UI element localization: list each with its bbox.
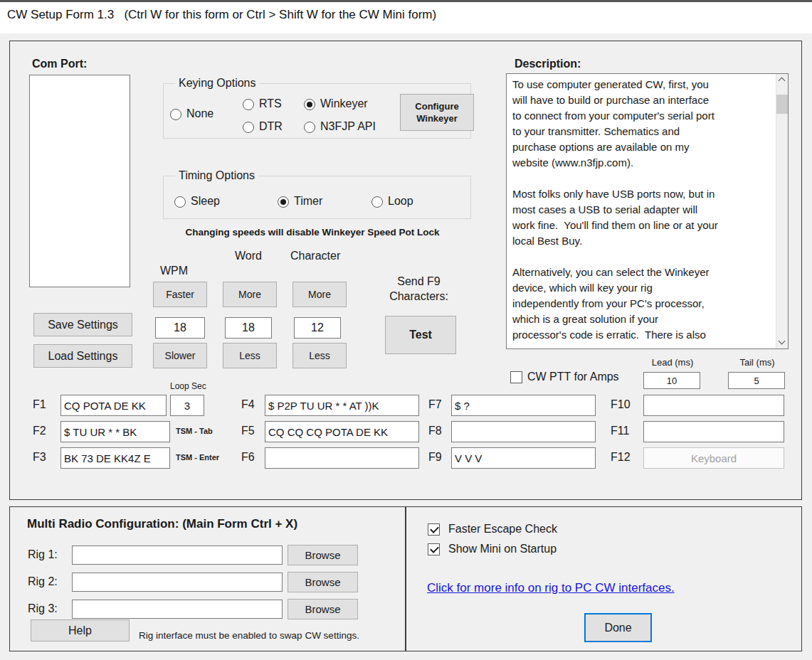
rig2-browse-button[interactable]: Browse	[288, 572, 358, 592]
faster-escape-label: Faster Escape Check	[448, 523, 557, 536]
keying-winkeyer-label: Winkeyer	[320, 97, 368, 110]
f4-input[interactable]	[265, 395, 419, 416]
f2-label: F2	[33, 425, 46, 437]
description-text: To use computer generated CW, first, you…	[512, 77, 772, 346]
word-value-input[interactable]	[225, 317, 272, 339]
chevron-down-icon	[779, 338, 786, 345]
tail-ms-label: Tail (ms)	[729, 357, 786, 368]
timing-timer-label: Timer	[294, 195, 322, 208]
show-mini-label: Show Mini on Startup	[448, 543, 557, 555]
scrollbar-down-button[interactable]	[776, 336, 788, 348]
tail-ms-input[interactable]	[728, 372, 785, 389]
f12-label: F12	[611, 451, 631, 464]
timing-options-group: Timing Options Sleep Timer Loop	[163, 176, 471, 219]
timing-timer-radio[interactable]	[278, 196, 289, 208]
cw-ptt-checkbox[interactable]	[510, 371, 522, 383]
f4-label: F4	[241, 398, 255, 411]
lead-ms-input[interactable]	[643, 372, 700, 389]
f9-input[interactable]	[451, 447, 596, 469]
timing-loop-radio[interactable]	[371, 196, 383, 208]
keying-winkeyer-radio[interactable]	[304, 99, 315, 110]
chevron-up-icon	[779, 78, 786, 85]
save-settings-button[interactable]: Save Settings	[33, 313, 132, 336]
done-button[interactable]: Done	[584, 613, 652, 642]
main-panel: Com Port: Save Settings Load Settings Ke…	[9, 41, 802, 500]
f7-input[interactable]	[451, 395, 596, 416]
f8-label: F8	[428, 425, 442, 437]
character-more-button[interactable]: More	[292, 282, 347, 307]
f3-input[interactable]	[60, 447, 170, 469]
show-mini-checkbox[interactable]	[428, 543, 440, 555]
keying-n3fjp-api-label: N3FJP API	[320, 120, 376, 133]
keying-rts-label: RTS	[259, 97, 282, 110]
loop-sec-input[interactable]	[170, 395, 204, 416]
character-less-button[interactable]: Less	[292, 343, 347, 368]
f5-label: F5	[241, 425, 255, 437]
com-port-listbox[interactable]	[29, 75, 130, 287]
character-column-label: Character	[290, 250, 340, 262]
f5-input[interactable]	[265, 421, 419, 442]
wpm-column-label: WPM	[160, 265, 188, 277]
timing-sleep-radio[interactable]	[174, 196, 186, 208]
f2-input[interactable]	[60, 421, 170, 442]
f3-label: F3	[33, 451, 46, 464]
scrollbar-up-button[interactable]	[776, 74, 788, 86]
f6-input[interactable]	[265, 447, 419, 469]
keyboard-button[interactable]: Keyboard	[643, 447, 784, 469]
keying-options-group: Keying Options None RTS DTR Winkeyer N3F…	[163, 83, 471, 139]
options-panel: Faster Escape Check Show Mini on Startup…	[406, 506, 802, 651]
wpm-slower-button[interactable]: Slower	[153, 343, 207, 368]
f6-label: F6	[241, 451, 255, 464]
load-settings-button[interactable]: Load Settings	[33, 344, 132, 368]
scrollbar-thumb[interactable]	[776, 95, 788, 114]
f10-input[interactable]	[643, 395, 784, 416]
character-value-input[interactable]	[294, 317, 341, 339]
keying-dtr-radio[interactable]	[243, 122, 254, 133]
keying-rts-radio[interactable]	[243, 99, 254, 110]
loop-sec-label: Loop Sec	[170, 381, 206, 391]
send-f9-label: Send F9 Characters:	[374, 274, 463, 304]
test-button[interactable]: Test	[385, 316, 456, 354]
rig3-browse-button[interactable]: Browse	[288, 599, 358, 619]
timing-loop-label: Loop	[388, 195, 413, 208]
multi-radio-panel: Multi Radio Configuration: (Main Form Ct…	[9, 506, 406, 651]
rig1-input[interactable]	[72, 545, 283, 565]
word-column-label: Word	[235, 250, 262, 262]
f11-input[interactable]	[643, 421, 784, 442]
keying-none-label: None	[186, 107, 213, 120]
keying-none-radio[interactable]	[170, 109, 181, 120]
wpm-faster-button[interactable]: Faster	[153, 282, 207, 307]
timing-options-legend: Timing Options	[175, 169, 258, 182]
rig3-input[interactable]	[72, 600, 283, 619]
keying-options-legend: Keying Options	[175, 77, 260, 90]
f1-input[interactable]	[60, 395, 167, 416]
rig-interface-note: Rig interface must be enabled to swap CW…	[139, 630, 359, 641]
configure-winkeyer-button[interactable]: Configure Winkeyer	[400, 94, 474, 131]
faster-escape-checkbox[interactable]	[428, 523, 440, 536]
timing-sleep-label: Sleep	[191, 195, 220, 208]
description-label: Description:	[515, 58, 581, 70]
rig2-input[interactable]	[72, 573, 283, 592]
com-port-label: Com Port:	[32, 58, 87, 70]
lead-ms-label: Lead (ms)	[644, 357, 701, 368]
f8-input[interactable]	[451, 421, 596, 442]
word-less-button[interactable]: Less	[223, 343, 277, 368]
description-scrollbar[interactable]	[776, 74, 788, 348]
keying-dtr-label: DTR	[259, 120, 283, 133]
description-textbox[interactable]: To use computer generated CW, first, you…	[506, 73, 789, 349]
tsm-enter-label: TSM - Enter	[176, 453, 219, 462]
keying-n3fjp-api-radio[interactable]	[304, 122, 315, 133]
cw-interfaces-link[interactable]: Click for more info on rig to PC CW inte…	[427, 581, 675, 595]
f9-label: F9	[428, 451, 442, 464]
word-more-button[interactable]: More	[223, 282, 277, 307]
rig1-label: Rig 1:	[28, 548, 58, 561]
speed-warning-text: Changing speeds will disable Winkeyer Sp…	[156, 227, 469, 238]
rig2-label: Rig 2:	[28, 575, 58, 588]
cw-ptt-label: CW PTT for Amps	[527, 371, 619, 383]
wpm-value-input[interactable]	[155, 317, 205, 339]
f11-label: F11	[611, 425, 629, 437]
form-title: CW Setup Form 1.3 (Ctrl W for this form …	[7, 8, 436, 22]
help-button[interactable]: Help	[31, 619, 130, 642]
rig1-browse-button[interactable]: Browse	[288, 545, 358, 565]
f7-label: F7	[428, 398, 442, 411]
